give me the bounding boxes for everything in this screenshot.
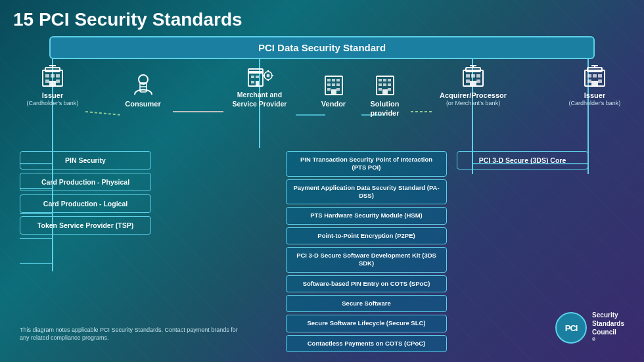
acquirer-sublabel: (or Merchant's bank) bbox=[446, 100, 500, 107]
svg-rect-45 bbox=[327, 79, 331, 81]
building-icon-right bbox=[582, 64, 607, 89]
entity-vendor: Vendor bbox=[312, 72, 355, 108]
svg-rect-73 bbox=[470, 81, 476, 86]
pci-dss-banner: PCI Data Security Standard bbox=[49, 36, 595, 59]
svg-rect-81 bbox=[587, 79, 591, 83]
person-icon bbox=[131, 72, 156, 97]
acquirer-label: Acquirer/Processor bbox=[440, 91, 507, 100]
svg-rect-79 bbox=[593, 74, 597, 78]
pci-logo-description: Security Standards Council ® bbox=[592, 311, 624, 346]
issuer-left-sublabel: (Cardholder's bank) bbox=[27, 100, 79, 107]
building-icon-left bbox=[40, 64, 65, 89]
standard-pin-security: PIN Security bbox=[20, 151, 151, 170]
standard-cpoc: Contactless Payments on COTS (CPoC) bbox=[286, 335, 447, 352]
svg-rect-63 bbox=[382, 89, 388, 95]
svg-rect-62 bbox=[388, 88, 391, 91]
issuer-right-sublabel: (Cardholder's bank) bbox=[569, 100, 621, 107]
merchant-label: Merchant and Service Provider bbox=[233, 91, 287, 108]
svg-rect-25 bbox=[56, 74, 60, 78]
svg-rect-80 bbox=[598, 74, 602, 78]
svg-rect-58 bbox=[379, 83, 382, 86]
standard-hsm: PTS Hardware Security Module (HSM) bbox=[286, 207, 447, 224]
standard-spoc: Software-based PIN Entry on COTS (SPoC) bbox=[286, 275, 447, 292]
svg-rect-61 bbox=[379, 88, 382, 91]
svg-rect-28 bbox=[49, 81, 56, 86]
entity-solution: Solution provider bbox=[360, 72, 409, 118]
standard-card-prod-logical: Card Production - Logical bbox=[20, 194, 151, 213]
standard-tsp: Token Service Provider (TSP) bbox=[20, 216, 151, 235]
svg-rect-48 bbox=[327, 83, 331, 86]
page-title: 15 PCI Security Standards bbox=[0, 0, 644, 35]
svg-rect-24 bbox=[51, 74, 55, 78]
pci-logo-circle: PCI bbox=[555, 312, 587, 344]
footnote: This diagram notes applicable PCI Securi… bbox=[20, 326, 243, 342]
svg-rect-71 bbox=[466, 79, 470, 83]
svg-rect-57 bbox=[388, 79, 391, 81]
consumer-label: Consumer bbox=[125, 99, 160, 108]
entity-consumer: Consumer bbox=[115, 72, 171, 108]
svg-rect-55 bbox=[379, 79, 382, 81]
entity-issuer-right: Issuer (Cardholder's bank) bbox=[562, 64, 628, 107]
entity-merchant: Merchant and Service Provider bbox=[223, 64, 296, 108]
standards-left-column: PIN Security Card Production - Physical … bbox=[20, 151, 151, 235]
svg-rect-53 bbox=[331, 89, 336, 95]
standard-3ds-core: PCI 3-D Secure (3DS) Core bbox=[457, 151, 588, 170]
standard-pa-dss: Payment Application Data Security Standa… bbox=[286, 179, 447, 205]
vendor-label: Vendor bbox=[321, 99, 346, 108]
standard-3ds-sdk: PCI 3-D Secure Software Development Kit … bbox=[286, 247, 447, 273]
svg-point-39 bbox=[267, 74, 270, 78]
svg-rect-47 bbox=[336, 79, 340, 81]
svg-rect-34 bbox=[251, 76, 254, 78]
svg-rect-82 bbox=[598, 79, 602, 83]
svg-rect-56 bbox=[383, 79, 386, 81]
standards-right-column: PCI 3-D Secure (3DS) Core bbox=[457, 151, 588, 170]
standard-secure-slc: Secure Software Lifecycle (Secure SLC) bbox=[286, 315, 447, 332]
svg-rect-60 bbox=[388, 83, 391, 86]
svg-rect-33 bbox=[248, 69, 263, 73]
entity-issuer-left: Issuer (Cardholder's bank) bbox=[20, 64, 85, 107]
solution-provider-label: Solution provider bbox=[370, 99, 399, 118]
pci-logo-text: PCI bbox=[565, 323, 578, 333]
svg-rect-35 bbox=[256, 76, 259, 78]
svg-rect-37 bbox=[256, 81, 259, 86]
merchant-icon bbox=[246, 64, 273, 89]
standard-card-prod-physical: Card Production - Physical bbox=[20, 173, 151, 191]
svg-rect-78 bbox=[587, 74, 591, 78]
svg-rect-70 bbox=[476, 74, 480, 78]
svg-rect-69 bbox=[471, 74, 475, 78]
entity-acquirer: Acquirer/Processor (or Merchant's bank) bbox=[434, 64, 513, 107]
svg-rect-49 bbox=[332, 83, 335, 86]
svg-rect-26 bbox=[45, 79, 49, 83]
solution-provider-icon bbox=[375, 72, 396, 97]
svg-rect-59 bbox=[383, 83, 386, 86]
svg-rect-68 bbox=[466, 74, 470, 78]
svg-rect-51 bbox=[327, 88, 331, 91]
acquirer-building-icon bbox=[461, 64, 486, 89]
standard-secure-software: Secure Software bbox=[286, 295, 447, 312]
svg-rect-27 bbox=[56, 79, 60, 83]
svg-rect-52 bbox=[336, 88, 340, 91]
svg-rect-83 bbox=[591, 81, 598, 86]
issuer-left-label: Issuer bbox=[42, 91, 63, 100]
pci-logo-area: PCI Security Standards Council ® bbox=[555, 311, 624, 346]
svg-rect-36 bbox=[251, 81, 254, 83]
standards-mid-column: PIN Transaction Security Point of Intera… bbox=[286, 151, 447, 352]
svg-rect-72 bbox=[476, 79, 480, 83]
vendor-icon bbox=[323, 72, 344, 97]
svg-rect-50 bbox=[336, 83, 340, 86]
standard-p2pe: Point-to-Point Encryption (P2PE) bbox=[286, 227, 447, 244]
svg-line-5 bbox=[85, 112, 122, 115]
svg-rect-46 bbox=[332, 79, 335, 81]
standard-pts-poi: PIN Transaction Security Point of Intera… bbox=[286, 151, 447, 177]
svg-rect-23 bbox=[45, 74, 49, 78]
issuer-right-label: Issuer bbox=[584, 91, 605, 100]
